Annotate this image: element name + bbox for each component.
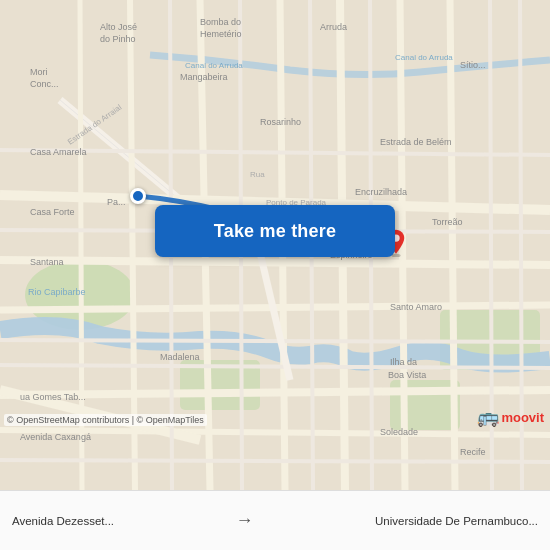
svg-text:Canal do Arruda: Canal do Arruda <box>185 61 243 70</box>
svg-text:Pa...: Pa... <box>107 197 126 207</box>
moovit-logo: 🚌 moovit <box>477 406 544 428</box>
svg-text:Avenida Caxangá: Avenida Caxangá <box>20 432 91 442</box>
moovit-label: moovit <box>501 410 544 425</box>
svg-text:do Pinho: do Pinho <box>100 34 136 44</box>
arrow-icon: → <box>236 510 254 531</box>
svg-text:Recife: Recife <box>460 447 486 457</box>
moovit-icon: 🚌 <box>477 406 499 428</box>
svg-text:Mangabeira: Mangabeira <box>180 72 228 82</box>
svg-text:Casa Forte: Casa Forte <box>30 207 75 217</box>
map-attribution: © OpenStreetMap contributors | © OpenMap… <box>4 414 207 426</box>
svg-line-22 <box>0 340 550 342</box>
svg-text:Canal do Arruda: Canal do Arruda <box>395 53 453 62</box>
svg-text:Boa Vista: Boa Vista <box>388 370 426 380</box>
svg-text:Soledade: Soledade <box>380 427 418 437</box>
svg-text:Santo Amaro: Santo Amaro <box>390 302 442 312</box>
svg-text:Rio Capibarbe: Rio Capibarbe <box>28 287 86 297</box>
svg-text:Arruda: Arruda <box>320 22 347 32</box>
svg-text:Santana: Santana <box>30 257 64 267</box>
take-me-there-label: Take me there <box>214 221 336 242</box>
svg-line-24 <box>0 460 550 462</box>
svg-text:Rosarinho: Rosarinho <box>260 117 301 127</box>
svg-text:Alto José: Alto José <box>100 22 137 32</box>
svg-text:Encruzilhada: Encruzilhada <box>355 187 407 197</box>
origin-label: Avenida Dezesset... <box>12 515 114 527</box>
svg-text:Estrada de Belém: Estrada de Belém <box>380 137 452 147</box>
svg-text:Rua: Rua <box>250 170 265 179</box>
map-container: Mori Conc... Alto José do Pinho Bomba do… <box>0 0 550 490</box>
svg-text:Bomba do: Bomba do <box>200 17 241 27</box>
svg-text:Mori: Mori <box>30 67 48 77</box>
svg-text:Casa Amarela: Casa Amarela <box>30 147 87 157</box>
svg-text:Torreão: Torreão <box>432 217 463 227</box>
svg-text:ua Gomes Tab...: ua Gomes Tab... <box>20 392 86 402</box>
svg-text:Hemetério: Hemetério <box>200 29 242 39</box>
svg-text:Sítio...: Sítio... <box>460 60 486 70</box>
svg-line-17 <box>450 0 455 490</box>
origin-pin <box>130 188 146 204</box>
svg-text:Conc...: Conc... <box>30 79 59 89</box>
bottom-navigation-bar: Avenida Dezesset... → Universidade De Pe… <box>0 490 550 550</box>
svg-text:Ilha da: Ilha da <box>390 357 417 367</box>
take-me-there-button[interactable]: Take me there <box>155 205 395 257</box>
svg-text:Madalena: Madalena <box>160 352 200 362</box>
destination-label: Universidade De Pernambuco... <box>375 515 538 527</box>
